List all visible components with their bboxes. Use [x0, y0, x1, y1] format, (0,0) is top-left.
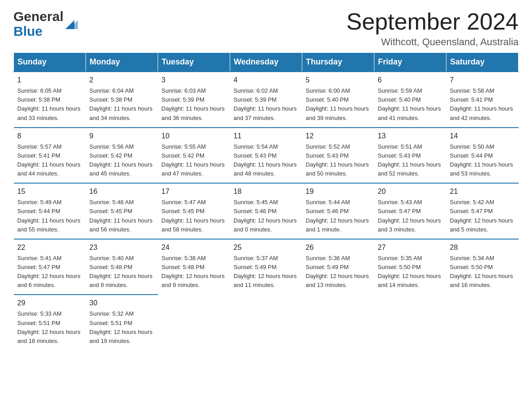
day-info: Sunrise: 5:32 AMSunset: 5:51 PMDaylight:… [90, 309, 154, 346]
sunset-text: Sunset: 5:43 PM [234, 151, 299, 160]
daylight-text-2: and 36 minutes. [162, 114, 227, 123]
daylight-text-1: Daylight: 12 hours hours [17, 272, 82, 281]
day-number: 14 [450, 131, 515, 141]
daylight-text-2: and 37 minutes. [234, 114, 299, 123]
calendar-cell: 12Sunrise: 5:52 AMSunset: 5:43 PMDayligh… [302, 128, 374, 184]
calendar-cell: 4Sunrise: 6:02 AMSunset: 5:39 PMDaylight… [230, 72, 302, 128]
sunset-text: Sunset: 5:38 PM [17, 95, 82, 104]
sunrise-text: Sunrise: 5:37 AM [234, 254, 299, 263]
sunset-text: Sunset: 5:50 PM [378, 263, 443, 272]
day-number: 8 [17, 131, 82, 141]
daylight-text-1: Daylight: 11 hours hours [234, 104, 299, 113]
sunrise-text: Sunrise: 5:59 AM [378, 86, 443, 95]
day-info: Sunrise: 6:05 AMSunset: 5:38 PMDaylight:… [17, 86, 82, 123]
calendar-cell [158, 295, 230, 350]
calendar-table: SundayMondayTuesdayWednesdayThursdayFrid… [13, 52, 519, 350]
sunrise-text: Sunrise: 5:34 AM [450, 254, 515, 263]
day-info: Sunrise: 5:49 AMSunset: 5:44 PMDaylight:… [17, 198, 82, 234]
daylight-text-1: Daylight: 11 hours hours [450, 160, 515, 169]
calendar-cell: 16Sunrise: 5:48 AMSunset: 5:45 PMDayligh… [86, 183, 158, 239]
sunset-text: Sunset: 5:46 PM [306, 207, 371, 216]
daylight-text-2: and 52 minutes. [378, 169, 443, 178]
sunrise-text: Sunrise: 5:38 AM [162, 254, 227, 263]
sunset-text: Sunset: 5:42 PM [162, 151, 227, 160]
day-info: Sunrise: 5:58 AMSunset: 5:41 PMDaylight:… [450, 86, 515, 123]
day-info: Sunrise: 5:43 AMSunset: 5:47 PMDaylight:… [378, 198, 443, 234]
weekday-header-friday: Friday [374, 53, 446, 72]
sunset-text: Sunset: 5:48 PM [162, 263, 227, 272]
daylight-text-2: and 44 minutes. [17, 169, 82, 178]
sunrise-text: Sunrise: 5:58 AM [450, 86, 515, 95]
calendar-cell: 5Sunrise: 6:00 AMSunset: 5:40 PMDaylight… [302, 72, 374, 128]
sunset-text: Sunset: 5:42 PM [90, 151, 154, 160]
calendar-cell: 30Sunrise: 5:32 AMSunset: 5:51 PMDayligh… [86, 295, 158, 350]
daylight-text-2: and 16 minutes. [450, 281, 515, 290]
calendar-cell [302, 295, 374, 350]
daylight-text-1: Daylight: 11 hours hours [17, 216, 82, 225]
sunrise-text: Sunrise: 5:32 AM [90, 309, 154, 318]
calendar-cell: 19Sunrise: 5:44 AMSunset: 5:46 PMDayligh… [302, 183, 374, 239]
sunset-text: Sunset: 5:41 PM [17, 151, 82, 160]
day-info: Sunrise: 5:44 AMSunset: 5:46 PMDaylight:… [306, 198, 371, 234]
daylight-text-2: and 45 minutes. [90, 169, 154, 178]
daylight-text-1: Daylight: 12 hours hours [90, 328, 154, 337]
day-info: Sunrise: 5:59 AMSunset: 5:40 PMDaylight:… [378, 86, 443, 123]
day-info: Sunrise: 5:57 AMSunset: 5:41 PMDaylight:… [17, 142, 82, 179]
sunset-text: Sunset: 5:49 PM [234, 263, 299, 272]
calendar-cell: 25Sunrise: 5:37 AMSunset: 5:49 PMDayligh… [230, 239, 302, 295]
calendar-cell: 21Sunrise: 5:42 AMSunset: 5:47 PMDayligh… [446, 183, 519, 239]
sunrise-text: Sunrise: 5:52 AM [306, 142, 371, 151]
sunset-text: Sunset: 5:45 PM [162, 207, 227, 216]
calendar-cell: 18Sunrise: 5:45 AMSunset: 5:46 PMDayligh… [230, 183, 302, 239]
day-number: 11 [234, 131, 299, 141]
calendar-week-row: 15Sunrise: 5:49 AMSunset: 5:44 PMDayligh… [14, 183, 519, 239]
daylight-text-2: and 50 minutes. [306, 169, 371, 178]
daylight-text-1: Daylight: 12 hours hours [450, 216, 515, 225]
daylight-text-1: Daylight: 12 hours hours [306, 272, 371, 281]
calendar-cell: 14Sunrise: 5:50 AMSunset: 5:44 PMDayligh… [446, 128, 519, 184]
sunrise-text: Sunrise: 5:49 AM [17, 198, 82, 207]
calendar-cell: 29Sunrise: 5:33 AMSunset: 5:51 PMDayligh… [14, 295, 86, 350]
daylight-text-1: Daylight: 12 hours hours [162, 272, 227, 281]
calendar-cell: 1Sunrise: 6:05 AMSunset: 5:38 PMDaylight… [14, 72, 86, 128]
day-number: 30 [90, 298, 154, 308]
sunrise-text: Sunrise: 5:41 AM [17, 254, 82, 263]
calendar-cell: 15Sunrise: 5:49 AMSunset: 5:44 PMDayligh… [14, 183, 86, 239]
calendar-cell: 22Sunrise: 5:41 AMSunset: 5:47 PMDayligh… [14, 239, 86, 295]
sunrise-text: Sunrise: 6:04 AM [90, 86, 154, 95]
calendar-cell: 24Sunrise: 5:38 AMSunset: 5:48 PMDayligh… [158, 239, 230, 295]
day-info: Sunrise: 5:48 AMSunset: 5:45 PMDaylight:… [90, 198, 154, 234]
sunset-text: Sunset: 5:51 PM [90, 319, 154, 328]
sunrise-text: Sunrise: 5:40 AM [90, 254, 154, 263]
logo-blue: Blue [13, 24, 64, 39]
daylight-text-1: Daylight: 11 hours hours [162, 104, 227, 113]
weekday-header-monday: Monday [86, 53, 158, 72]
daylight-text-2: and 58 minutes. [162, 225, 227, 234]
title-area: September 2024 Withcott, Queensland, Aus… [347, 9, 519, 48]
day-info: Sunrise: 5:45 AMSunset: 5:46 PMDaylight:… [234, 198, 299, 234]
day-number: 13 [378, 131, 443, 141]
day-info: Sunrise: 5:37 AMSunset: 5:49 PMDaylight:… [234, 254, 299, 290]
day-info: Sunrise: 5:51 AMSunset: 5:43 PMDaylight:… [378, 142, 443, 179]
day-info: Sunrise: 6:02 AMSunset: 5:39 PMDaylight:… [234, 86, 299, 123]
daylight-text-2: and 8 minutes. [90, 281, 154, 290]
daylight-text-1: Daylight: 11 hours hours [90, 216, 154, 225]
calendar-cell: 20Sunrise: 5:43 AMSunset: 5:47 PMDayligh… [374, 183, 446, 239]
day-info: Sunrise: 5:38 AMSunset: 5:48 PMDaylight:… [162, 254, 227, 290]
day-number: 26 [306, 242, 371, 253]
daylight-text-1: Daylight: 11 hours hours [90, 160, 154, 169]
calendar-cell: 10Sunrise: 5:55 AMSunset: 5:42 PMDayligh… [158, 128, 230, 184]
main-title: September 2024 [347, 9, 519, 34]
daylight-text-2: and 0 minutes. [234, 225, 299, 234]
daylight-text-1: Daylight: 12 hours hours [90, 272, 154, 281]
day-info: Sunrise: 5:33 AMSunset: 5:51 PMDaylight:… [17, 309, 82, 346]
day-number: 3 [162, 75, 227, 86]
day-number: 29 [17, 298, 82, 308]
calendar-week-row: 8Sunrise: 5:57 AMSunset: 5:41 PMDaylight… [14, 128, 519, 184]
calendar-week-row: 22Sunrise: 5:41 AMSunset: 5:47 PMDayligh… [14, 239, 519, 295]
day-number: 20 [378, 186, 443, 197]
day-number: 28 [450, 242, 515, 253]
day-number: 25 [234, 242, 299, 253]
sunset-text: Sunset: 5:44 PM [450, 151, 515, 160]
daylight-text-1: Daylight: 11 hours hours [17, 104, 82, 113]
